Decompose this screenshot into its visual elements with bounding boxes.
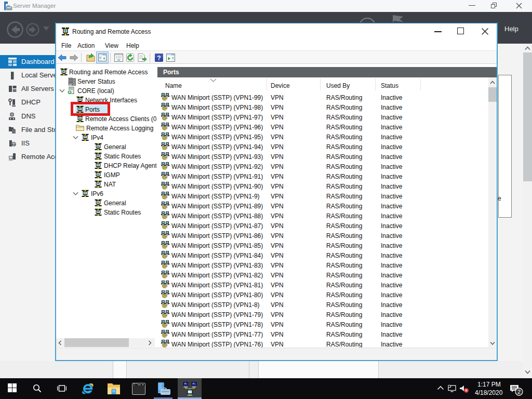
svg-text:2: 2: [517, 389, 521, 395]
svg-text:?: ?: [157, 55, 161, 62]
svg-text:C:\: C:\: [134, 383, 139, 387]
